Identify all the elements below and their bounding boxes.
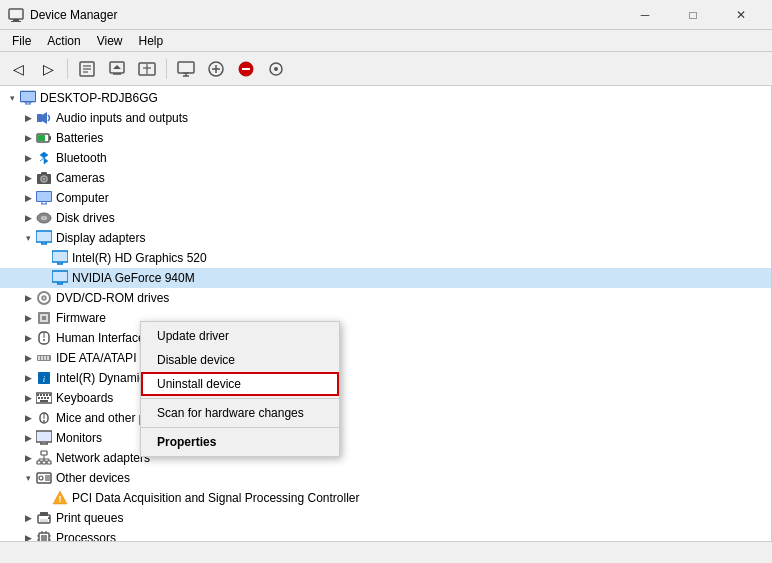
ctx-disable-device[interactable]: Disable device [141, 348, 339, 372]
printqueues-label: Print queues [56, 511, 123, 525]
scan-hardware-button[interactable] [133, 56, 161, 82]
nvidiagpu-label: NVIDIA GeForce 940M [72, 271, 195, 285]
menu-view[interactable]: View [89, 32, 131, 50]
expand-cameras[interactable]: ▶ [20, 170, 36, 186]
expand-otherdevices[interactable]: ▾ [20, 470, 36, 486]
device-tree[interactable]: ▾ DESKTOP-RDJB6GG ▶ [0, 86, 772, 541]
ctx-update-driver[interactable]: Update driver [141, 324, 339, 348]
close-button[interactable]: ✕ [718, 0, 764, 30]
computer-label: Computer [56, 191, 109, 205]
tree-computer[interactable]: ▶ Computer [0, 188, 771, 208]
expand-bluetooth[interactable]: ▶ [20, 150, 36, 166]
toolbar-separator-1 [67, 59, 68, 79]
svg-rect-13 [178, 62, 194, 73]
warning-icon: ! [52, 490, 68, 506]
refresh-button[interactable] [262, 56, 290, 82]
tree-displayadapters[interactable]: ▾ Display adapters [0, 228, 771, 248]
add-device-button[interactable] [202, 56, 230, 82]
uninstall-button[interactable] [232, 56, 260, 82]
status-bar [0, 541, 772, 563]
tree-monitors[interactable]: ▶ Monitors [0, 428, 771, 448]
cameras-label: Cameras [56, 171, 105, 185]
tree-diskdrives[interactable]: ▶ Disk drives [0, 208, 771, 228]
tree-networkadapters[interactable]: ▶ Network adapters [0, 448, 771, 468]
maximize-button[interactable]: □ [670, 0, 716, 30]
expand-dvdcdrom[interactable]: ▶ [20, 290, 36, 306]
expand-inteldynamic[interactable]: ▶ [20, 370, 36, 386]
tree-printqueues[interactable]: ▶ Print queues [0, 508, 771, 528]
back-button[interactable]: ◁ [4, 56, 32, 82]
dvd-icon [36, 290, 52, 306]
tree-miceother[interactable]: ▶ Mice and other pointing... [0, 408, 771, 428]
tree-nvidiagpu[interactable]: ▶ NVIDIA GeForce 940M [0, 268, 771, 288]
intelgpu-label: Intel(R) HD Graphics 520 [72, 251, 207, 265]
tree-ideata[interactable]: ▶ IDE ATA/ATAPI controllers [0, 348, 771, 368]
expand-networkadapters[interactable]: ▶ [20, 450, 36, 466]
svg-rect-33 [49, 136, 51, 140]
ctx-separator-1 [141, 398, 339, 399]
svg-marker-31 [42, 112, 47, 124]
expand-diskdrives[interactable]: ▶ [20, 210, 36, 226]
minimize-button[interactable]: ─ [622, 0, 668, 30]
context-menu: Update driver Disable device Uninstall d… [140, 321, 340, 457]
expand-audio[interactable]: ▶ [20, 110, 36, 126]
expand-ideata[interactable]: ▶ [20, 350, 36, 366]
tree-audio[interactable]: ▶ Audio inputs and outputs [0, 108, 771, 128]
svg-rect-89 [40, 400, 48, 402]
ctx-scan-changes[interactable]: Scan for hardware changes [141, 401, 339, 425]
audio-icon [36, 110, 52, 126]
ctx-uninstall-device[interactable]: Uninstall device [141, 372, 339, 396]
expand-monitors[interactable]: ▶ [20, 430, 36, 446]
hid-icon [36, 330, 52, 346]
update-driver-button[interactable] [103, 56, 131, 82]
expand-miceother[interactable]: ▶ [20, 410, 36, 426]
properties-button[interactable] [73, 56, 101, 82]
tree-batteries[interactable]: ▶ Batteries [0, 128, 771, 148]
expand-root[interactable]: ▾ [4, 90, 20, 106]
tree-keyboards[interactable]: ▶ Keyboards [0, 388, 771, 408]
tree-firmware[interactable]: ▶ Firmware [0, 308, 771, 328]
app-icon [8, 7, 24, 23]
tree-otherdevices[interactable]: ▾ Other devices [0, 468, 771, 488]
computer2-icon [36, 190, 52, 206]
tree-cameras[interactable]: ▶ Cameras [0, 168, 771, 188]
bluetooth-label: Bluetooth [56, 151, 107, 165]
menu-action[interactable]: Action [39, 32, 88, 50]
tree-inteldynamic[interactable]: ▶ i Intel(R) Dynamic Platform... [0, 368, 771, 388]
forward-button[interactable]: ▷ [34, 56, 62, 82]
svg-rect-83 [46, 394, 48, 396]
tree-pcidataacq[interactable]: ▶ ! PCI Data Acquisition and Signal Proc… [0, 488, 771, 508]
expand-processors[interactable]: ▶ [20, 530, 36, 541]
expand-displayadapters[interactable]: ▾ [20, 230, 36, 246]
tree-bluetooth[interactable]: ▶ Bluetooth [0, 148, 771, 168]
main-content: ▾ DESKTOP-RDJB6GG ▶ [0, 86, 772, 541]
toolbar-separator-2 [166, 59, 167, 79]
svg-rect-85 [38, 397, 40, 399]
expand-keyboards[interactable]: ▶ [20, 390, 36, 406]
menu-help[interactable]: Help [131, 32, 172, 50]
svg-point-92 [43, 420, 45, 422]
ctx-properties[interactable]: Properties [141, 430, 339, 454]
tree-root[interactable]: ▾ DESKTOP-RDJB6GG [0, 88, 771, 108]
expand-humaninterface[interactable]: ▶ [20, 330, 36, 346]
svg-rect-80 [37, 394, 39, 396]
expand-computer[interactable]: ▶ [20, 190, 36, 206]
monitor-button[interactable] [172, 56, 200, 82]
expand-printqueues[interactable]: ▶ [20, 510, 36, 526]
tree-humaninterface[interactable]: ▶ Human Interface Devices [0, 328, 771, 348]
processors-label: Processors [56, 531, 116, 541]
svg-rect-34 [38, 135, 45, 141]
pcidataacq-label: PCI Data Acquisition and Signal Processi… [72, 491, 359, 505]
tree-intelgpu[interactable]: ▶ Intel(R) HD Graphics 520 [0, 248, 771, 268]
nvidiagpu-icon [52, 270, 68, 286]
tree-dvdcdrom[interactable]: ▶ DVD/CD-ROM drives [0, 288, 771, 308]
tree-processors[interactable]: ▶ Processors [0, 528, 771, 541]
svg-point-38 [43, 178, 46, 181]
menu-file[interactable]: File [4, 32, 39, 50]
svg-rect-101 [47, 461, 51, 464]
window-controls: ─ □ ✕ [622, 0, 764, 30]
svg-rect-49 [37, 232, 51, 241]
expand-firmware[interactable]: ▶ [20, 310, 36, 326]
expand-batteries[interactable]: ▶ [20, 130, 36, 146]
svg-rect-94 [37, 432, 51, 441]
